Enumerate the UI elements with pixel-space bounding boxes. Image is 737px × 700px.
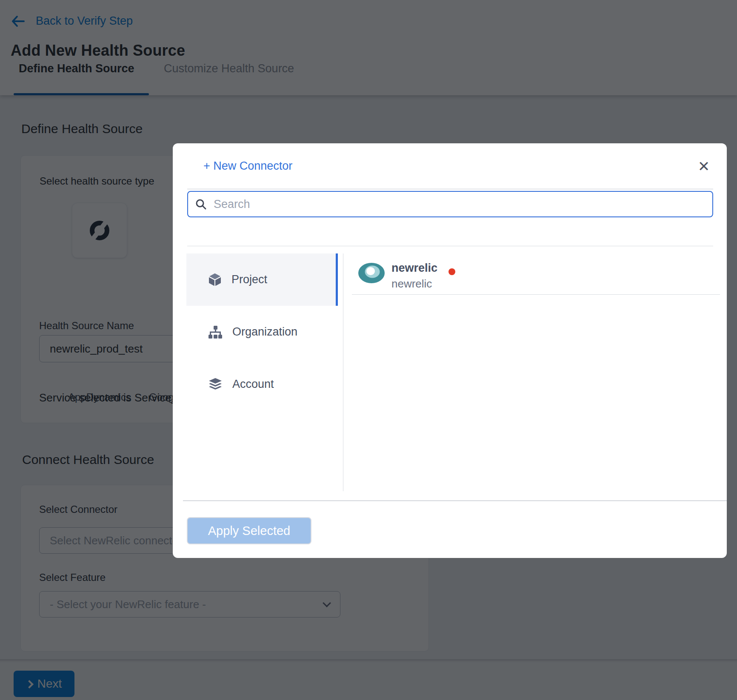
search-icon: [195, 198, 207, 210]
search-top-hairline: [187, 189, 713, 189]
connector-select-modal: + New Connector ✕ Project: [173, 143, 727, 558]
new-connector-link[interactable]: + New Connector: [203, 159, 292, 173]
connector-name: newrelic: [391, 262, 437, 275]
newrelic-logo-icon: [358, 263, 385, 283]
cube-icon: [209, 273, 221, 287]
modal-footer-divider: [183, 501, 727, 501]
org-chart-icon: [209, 326, 222, 339]
scope-tab-account[interactable]: Account: [186, 358, 338, 410]
apply-selected-button[interactable]: Apply Selected: [187, 517, 311, 544]
scope-tab-organization-label: Organization: [232, 325, 297, 339]
status-dot: [448, 268, 455, 275]
scope-tab-project-label: Project: [231, 273, 267, 286]
connector-row-divider: [352, 294, 720, 295]
sidebar-vertical-divider: [343, 253, 343, 491]
search-box[interactable]: [187, 191, 713, 217]
search-section-divider: [187, 246, 713, 246]
connector-id: newrelic: [391, 277, 432, 290]
scope-tab-organization[interactable]: Organization: [186, 306, 338, 358]
close-icon[interactable]: ✕: [693, 155, 715, 177]
layers-icon: [209, 378, 222, 391]
scope-tabs: Project Organization: [186, 253, 338, 410]
search-input[interactable]: [214, 198, 706, 211]
scope-tab-account-label: Account: [232, 378, 274, 391]
scope-tab-project[interactable]: Project: [186, 253, 338, 306]
